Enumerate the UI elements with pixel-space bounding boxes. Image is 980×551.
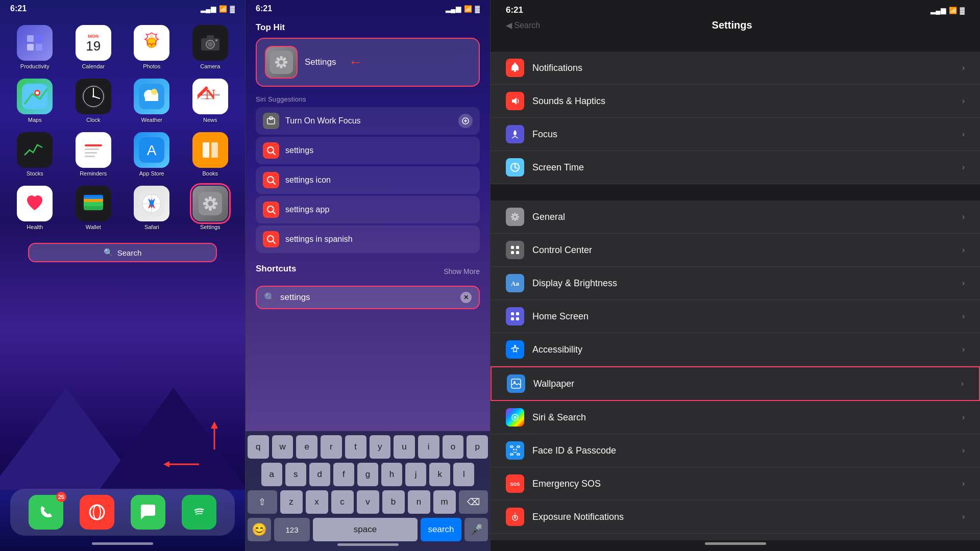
key-c[interactable]: c	[331, 490, 354, 514]
settings-screen-panel: 6:21 ▂▄▆ 📶 ▓ ◀ Search Settings Notificat…	[490, 0, 980, 551]
work-focus-action[interactable]	[458, 114, 473, 128]
settings-app-search-icon	[263, 202, 279, 218]
app-reminders[interactable]: Reminders	[69, 132, 118, 177]
key-g[interactable]: g	[357, 463, 378, 486]
key-shift[interactable]: ⇧	[248, 490, 277, 514]
key-s[interactable]: s	[285, 463, 306, 486]
svg-rect-78	[284, 61, 287, 64]
key-e[interactable]: e	[296, 435, 317, 459]
key-x[interactable]: x	[306, 490, 328, 514]
dock-opera[interactable]	[80, 495, 114, 530]
key-j[interactable]: j	[405, 463, 426, 486]
svg-rect-32	[85, 144, 102, 146]
homescreen-label: Home Screen	[532, 311, 962, 322]
key-w[interactable]: w	[272, 435, 293, 459]
svg-rect-0	[27, 35, 34, 42]
key-r[interactable]: r	[321, 435, 342, 459]
app-label-reminders: Reminders	[80, 170, 107, 177]
settings-row-faceid[interactable]: Face ID & Passcode ›	[491, 434, 980, 467]
focus-icon	[506, 125, 524, 143]
settings-row-siri[interactable]: Siri & Search ›	[491, 401, 980, 434]
settings-row-general[interactable]: General ›	[491, 201, 980, 234]
key-i[interactable]: i	[418, 435, 439, 459]
app-label-photos: Photos	[143, 63, 160, 69]
app-productivity[interactable]: Productivity	[10, 25, 60, 69]
key-h[interactable]: h	[381, 463, 402, 486]
key-p[interactable]: p	[467, 435, 488, 459]
settings-row-accessibility[interactable]: Accessibility ›	[491, 333, 980, 366]
app-stocks[interactable]: Stocks	[10, 132, 60, 177]
controlcenter-icon	[506, 241, 524, 259]
suggestion-settings-app[interactable]: settings app	[256, 196, 480, 223]
app-weather[interactable]: Weather	[127, 79, 177, 123]
svg-point-11	[215, 39, 217, 41]
settings-row-notifications[interactable]: Notifications ›	[491, 52, 980, 85]
app-maps[interactable]: Maps	[10, 79, 60, 123]
key-n[interactable]: n	[408, 490, 430, 514]
app-appstore[interactable]: A App Store	[127, 132, 177, 177]
key-mic[interactable]: 🎤	[464, 518, 488, 541]
key-t[interactable]: t	[345, 435, 366, 459]
clear-search-button[interactable]: ✕	[460, 292, 472, 303]
key-o[interactable]: o	[443, 435, 464, 459]
app-photos[interactable]: Photos	[127, 25, 177, 69]
app-safari[interactable]: Safari	[127, 186, 177, 230]
settings-row-sos[interactable]: SOS Emergency SOS ›	[491, 467, 980, 500]
app-clock[interactable]: Clock	[69, 79, 118, 123]
key-z[interactable]: z	[280, 490, 303, 514]
screentime-chevron: ›	[962, 163, 965, 172]
app-news[interactable]: N News	[186, 79, 235, 123]
suggestion-settings[interactable]: settings	[256, 137, 480, 164]
search-input-value[interactable]: settings	[280, 292, 455, 303]
back-button[interactable]: ◀ Search	[506, 20, 540, 30]
key-m[interactable]: m	[433, 490, 456, 514]
key-d[interactable]: d	[309, 463, 330, 486]
key-a[interactable]: a	[261, 463, 282, 486]
settings-up-arrow	[207, 421, 222, 454]
app-wallet[interactable]: Wallet	[69, 186, 118, 230]
settings-row-sounds[interactable]: Sounds & Haptics ›	[491, 85, 980, 118]
search-bar-home[interactable]: 🔍 Search	[13, 243, 232, 262]
settings-row-homescreen[interactable]: Home Screen ›	[491, 300, 980, 333]
dock-messages[interactable]	[131, 495, 165, 530]
svg-rect-2	[27, 44, 34, 51]
key-y[interactable]: y	[370, 435, 391, 459]
key-numbers[interactable]: 123	[274, 518, 310, 541]
dock-spotify[interactable]	[182, 495, 216, 530]
key-search[interactable]: search	[421, 518, 461, 541]
key-b[interactable]: b	[382, 490, 405, 514]
key-l[interactable]: l	[453, 463, 474, 486]
app-books[interactable]: Books	[186, 132, 235, 177]
settings-row-wallpaper[interactable]: Wallpaper ›	[491, 366, 980, 401]
app-health[interactable]: Health	[10, 186, 60, 230]
settings-row-exposure[interactable]: Exposure Notifications ›	[491, 500, 980, 534]
show-more-btn[interactable]: Show More	[444, 267, 480, 276]
app-calendar[interactable]: MON 19 Calendar	[69, 25, 118, 69]
suggestion-settings-spanish[interactable]: settings in spanish	[256, 226, 480, 253]
app-camera[interactable]: Camera	[186, 25, 235, 69]
settings-row-screentime[interactable]: Screen Time ›	[491, 151, 980, 184]
key-q[interactable]: q	[248, 435, 269, 459]
search-input-area[interactable]: 🔍 settings ✕	[256, 286, 480, 309]
key-emoji[interactable]: 😊	[248, 518, 271, 541]
svg-line-89	[273, 153, 276, 155]
settings-row-display[interactable]: Aa Display & Brightness ›	[491, 267, 980, 300]
settings-row-battery[interactable]: Battery ›	[491, 534, 980, 540]
suggestion-work-focus[interactable]: Turn On Work Focus	[256, 107, 480, 135]
svg-rect-57	[209, 196, 212, 201]
top-hit-card[interactable]: Settings ←	[256, 38, 480, 87]
dock-phone[interactable]: 25	[29, 495, 63, 530]
sos-label: Emergency SOS	[532, 479, 962, 489]
suggestion-settings-icon[interactable]: settings icon	[256, 166, 480, 194]
key-u[interactable]: u	[394, 435, 415, 459]
settings-row-controlcenter[interactable]: Control Center ›	[491, 234, 980, 267]
app-settings[interactable]: Settings	[186, 186, 235, 230]
key-space[interactable]: space	[313, 518, 418, 541]
key-k[interactable]: k	[429, 463, 450, 486]
key-v[interactable]: v	[357, 490, 379, 514]
svg-rect-116	[511, 312, 514, 315]
key-backspace[interactable]: ⌫	[459, 490, 488, 514]
settings-row-focus[interactable]: Focus ›	[491, 118, 980, 151]
key-f[interactable]: f	[333, 463, 354, 486]
work-focus-icon	[263, 113, 279, 129]
